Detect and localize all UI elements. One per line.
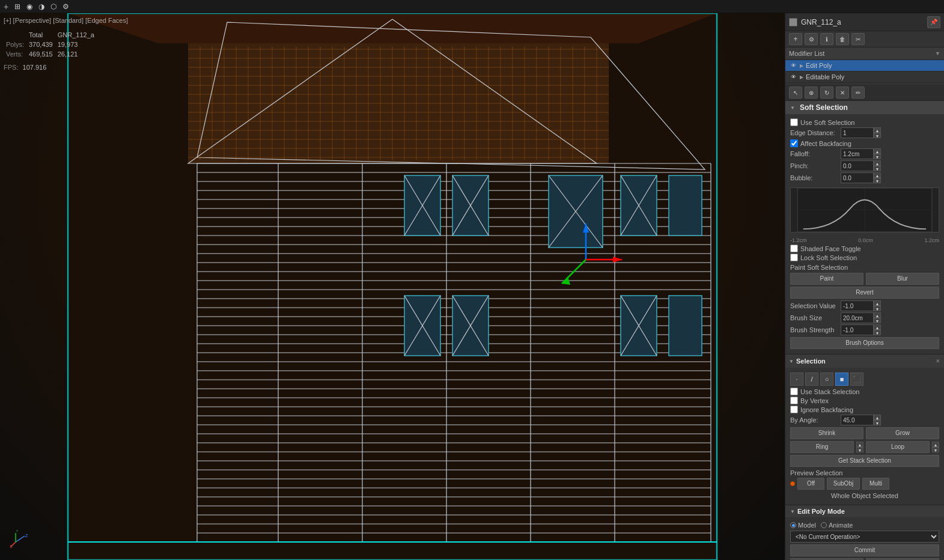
element-mode-btn[interactable]: ⬛ bbox=[850, 373, 863, 386]
subobj-button[interactable]: SubObj bbox=[827, 478, 860, 490]
bubble-down[interactable]: ▼ bbox=[874, 178, 881, 183]
brush-size-up[interactable]: ▲ bbox=[874, 312, 881, 318]
expand-icon[interactable]: ▶ bbox=[800, 63, 803, 68]
ring-up[interactable]: ▲ bbox=[856, 442, 863, 447]
selection-section-header[interactable]: ▼ Selection ✕ bbox=[785, 355, 944, 368]
bubble-up[interactable]: ▲ bbox=[874, 172, 881, 178]
edit-icon[interactable]: ✏ bbox=[851, 87, 865, 99]
get-stack-selection-button[interactable]: Get Stack Selection bbox=[790, 455, 939, 467]
ring-button[interactable]: Ring bbox=[790, 441, 854, 453]
current-operation-dropdown[interactable]: <No Current Operation> bbox=[790, 531, 939, 543]
plus-icon[interactable]: + bbox=[4, 2, 8, 11]
loop-up[interactable]: ▲ bbox=[932, 442, 939, 447]
revert-button[interactable]: Revert bbox=[790, 287, 939, 299]
falloff-up[interactable]: ▲ bbox=[874, 148, 881, 154]
panel-tool-icons: ↖ ⊕ ↻ ✕ ✏ bbox=[785, 85, 944, 101]
vertex-mode-btn[interactable]: · bbox=[790, 373, 803, 386]
commit-button[interactable]: Commit bbox=[790, 544, 939, 556]
modifier-list-arrow[interactable]: ▼ bbox=[935, 50, 940, 56]
delete-modifier-icon[interactable]: 🗑 bbox=[836, 33, 849, 45]
model-radio[interactable] bbox=[790, 522, 796, 528]
affect-backfacing-row: Affect Backfacing bbox=[790, 139, 939, 147]
blur-button[interactable]: Blur bbox=[866, 273, 939, 285]
grow-button[interactable]: Grow bbox=[866, 427, 939, 439]
animate-radio[interactable] bbox=[821, 522, 827, 528]
expand-icon-2[interactable]: ▶ bbox=[800, 75, 803, 80]
falloff-input[interactable] bbox=[841, 148, 874, 159]
ignore-backfacing-check[interactable] bbox=[790, 406, 798, 413]
delete-icon[interactable]: ✕ bbox=[836, 87, 849, 99]
grid-icon[interactable]: ⊞ bbox=[14, 2, 20, 11]
off-button[interactable]: Off bbox=[797, 478, 824, 490]
falloff-down[interactable]: ▼ bbox=[874, 154, 881, 159]
wire-icon[interactable]: ⬡ bbox=[50, 2, 56, 11]
viewport[interactable]: [+] [Perspective] [Standard] [Edged Face… bbox=[0, 13, 785, 560]
border-mode-btn[interactable]: ○ bbox=[820, 373, 833, 386]
edge-mode-btn[interactable]: / bbox=[805, 373, 818, 386]
rotate-icon[interactable]: ↻ bbox=[820, 87, 833, 99]
info-icon[interactable]: ℹ bbox=[820, 33, 833, 45]
pinch-down[interactable]: ▼ bbox=[874, 166, 881, 171]
by-vertex-check[interactable] bbox=[790, 397, 798, 404]
multi-button[interactable]: Multi bbox=[862, 478, 889, 490]
edge-distance-up[interactable]: ▲ bbox=[874, 127, 881, 133]
angle-down[interactable]: ▼ bbox=[874, 420, 881, 425]
brush-strength-input[interactable] bbox=[841, 324, 874, 335]
use-soft-selection-check[interactable] bbox=[790, 118, 798, 126]
curve-display[interactable]: -1.2cm 0.0cm 1.2cm bbox=[790, 184, 939, 243]
use-stack-selection-check[interactable] bbox=[790, 388, 798, 395]
cursor-icon[interactable]: ↖ bbox=[789, 87, 802, 99]
selection-value-field: ▲ ▼ bbox=[841, 300, 881, 311]
object-color-swatch[interactable] bbox=[789, 18, 797, 26]
curve-left-label: -1.2cm bbox=[790, 237, 807, 243]
sel-val-down[interactable]: ▼ bbox=[874, 306, 881, 311]
eye-icon-2[interactable]: 👁 bbox=[789, 73, 797, 81]
settings-icon[interactable]: ⚙ bbox=[62, 2, 69, 11]
by-angle-field: ▲ ▼ bbox=[841, 415, 881, 425]
edit-poly-mode-header[interactable]: ▼ Edit Poly Mode bbox=[785, 505, 944, 517]
brush-size-input[interactable] bbox=[841, 312, 874, 323]
affect-backfacing-check[interactable] bbox=[790, 139, 798, 147]
modifier-name-2: Editable Poly bbox=[806, 73, 940, 81]
modifier-item-editable-poly[interactable]: 👁 ▶ Editable Poly bbox=[785, 72, 944, 83]
animate-option[interactable]: Animate bbox=[821, 522, 853, 529]
angle-up[interactable]: ▲ bbox=[874, 415, 881, 420]
modifier-item-edit-poly[interactable]: 👁 ▶ Edit Poly bbox=[785, 60, 944, 72]
paint-button[interactable]: Paint bbox=[790, 273, 863, 285]
bubble-input[interactable] bbox=[841, 172, 874, 183]
brush-str-down[interactable]: ▼ bbox=[874, 330, 881, 335]
loop-down[interactable]: ▼ bbox=[932, 447, 939, 452]
polygon-mode-btn[interactable]: ■ bbox=[835, 373, 848, 386]
edge-distance-input[interactable] bbox=[841, 127, 874, 138]
brush-options-button[interactable]: Brush Options bbox=[790, 337, 939, 349]
by-angle-input[interactable] bbox=[841, 415, 874, 425]
shading-icon[interactable]: ◑ bbox=[38, 2, 44, 11]
commit-row: Commit bbox=[790, 544, 939, 556]
lock-soft-selection-row: Lock Soft Selection bbox=[790, 254, 939, 261]
loop-button[interactable]: Loop bbox=[866, 441, 930, 453]
edge-distance-down[interactable]: ▼ bbox=[874, 133, 881, 138]
move-icon[interactable]: ⊕ bbox=[805, 87, 818, 99]
model-option[interactable]: Model bbox=[790, 522, 816, 529]
brush-str-up[interactable]: ▲ bbox=[874, 324, 881, 330]
lock-soft-selection-check[interactable] bbox=[790, 254, 798, 261]
shrink-button[interactable]: Shrink bbox=[790, 427, 863, 439]
pinch-input[interactable] bbox=[841, 160, 874, 171]
ring-down[interactable]: ▼ bbox=[856, 447, 863, 452]
add-modifier-icon[interactable]: + bbox=[789, 33, 802, 45]
display-icon[interactable]: ◉ bbox=[26, 2, 32, 11]
selection-pin[interactable]: ✕ bbox=[936, 358, 940, 364]
sel-val-up[interactable]: ▲ bbox=[874, 300, 881, 306]
selection-value-input[interactable] bbox=[841, 300, 874, 311]
soft-sel-expand[interactable]: ▼ bbox=[790, 105, 795, 111]
settings-panel-icon[interactable]: ⚙ bbox=[805, 33, 818, 45]
pinch-up[interactable]: ▲ bbox=[874, 160, 881, 166]
shaded-face-toggle-check[interactable] bbox=[790, 245, 798, 252]
affect-backfacing-label: Affect Backfacing bbox=[800, 140, 851, 147]
use-soft-selection-row: Use Soft Selection bbox=[790, 118, 939, 126]
eye-icon[interactable]: 👁 bbox=[789, 61, 797, 70]
brush-size-down[interactable]: ▼ bbox=[874, 318, 881, 323]
pin-button[interactable]: 📌 bbox=[927, 16, 940, 28]
model-animate-row: Model Animate bbox=[790, 522, 939, 529]
copy-modifier-icon[interactable]: ✂ bbox=[851, 33, 865, 45]
